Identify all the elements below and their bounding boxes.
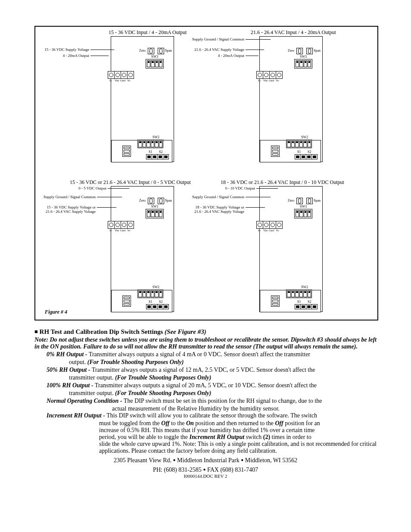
d1-s1-block bbox=[146, 154, 157, 159]
d3-span-label: Span bbox=[165, 199, 172, 202]
d3-s1-block bbox=[146, 304, 157, 309]
d4-sw3-dip bbox=[294, 209, 312, 218]
dot-icon: ● bbox=[203, 467, 206, 472]
d2-s2-label: S2 bbox=[308, 150, 311, 154]
footer-address: 2305 Pleasant View Rd. ● Middleton Indus… bbox=[34, 457, 377, 464]
d2-s1-block bbox=[295, 154, 306, 159]
d1-zero-label: Zero bbox=[139, 49, 146, 53]
footer-phone: PH: (608) 831-2585 ● FAX (608) 831-7407 bbox=[34, 467, 377, 473]
figure-label: Figure # 4 bbox=[45, 309, 67, 315]
entry-normal-cont: actual measurement of the Relative Humid… bbox=[112, 405, 377, 412]
d2-zero-label: Zero bbox=[288, 49, 294, 53]
dot-icon: ● bbox=[241, 457, 243, 462]
d3-lout: 0 - 5 VDC Output bbox=[57, 186, 106, 191]
d2-s2-block bbox=[306, 154, 317, 159]
d1-sw3-label: SW3 bbox=[151, 55, 158, 59]
d3-s2-label: S2 bbox=[159, 300, 162, 304]
d1-term-labels: IoVinGndVo bbox=[108, 79, 132, 82]
d4-s2-label: S2 bbox=[308, 300, 311, 304]
d1-sw3-dip bbox=[146, 59, 164, 68]
entry-increment: Increment RH Output - This DIP switch wi… bbox=[47, 412, 377, 419]
entry-0pct: 0% RH Output - Transmitter always output… bbox=[47, 351, 377, 358]
d4-sw2-dip bbox=[286, 289, 312, 298]
d2-zero-pot bbox=[296, 48, 303, 54]
d2-bottom-port bbox=[271, 146, 280, 157]
entry-increment-line2: must be toggled from the Off to the On p… bbox=[99, 420, 377, 427]
d3-term-labels: IoVinGndVo bbox=[108, 229, 132, 232]
d3-sw3-label: SW3 bbox=[151, 205, 158, 208]
entry-50pct-cont: transmitter output. (For Trouble Shootin… bbox=[69, 374, 377, 381]
d2-board: Zero Span SW3 IoVinGndVo SW2 S1 S2 bbox=[259, 36, 323, 162]
d4-lout: 0 - 10 VDC Output bbox=[203, 186, 255, 191]
d3-bottom-module: SW2 S1 S2 bbox=[111, 290, 172, 312]
d1-span-label: Span bbox=[165, 49, 172, 53]
d1-s2-block bbox=[157, 154, 168, 159]
d1-s1-label: S1 bbox=[149, 150, 152, 154]
d1-s2-label: S2 bbox=[159, 150, 162, 154]
d4-term-labels: IoVinGndVo bbox=[256, 229, 280, 232]
d2-term-labels: IoVinGndVo bbox=[256, 79, 280, 82]
entry-increment-line4: period, you will be able to toggle the I… bbox=[99, 434, 377, 441]
d3-bottom-port bbox=[122, 296, 131, 307]
d4-board: Zero Span SW3 IoVinGndVo SW2 S1 S2 bbox=[259, 186, 323, 312]
d2-sw2-label: SW2 bbox=[301, 135, 308, 139]
entry-normal: Normal Operating Condition - The DIP swi… bbox=[47, 398, 377, 404]
d1-span-pot bbox=[158, 48, 164, 54]
d3-sw2-label: SW2 bbox=[153, 285, 159, 289]
d2-sw3-dip bbox=[294, 59, 312, 68]
bullet-icon: ■ bbox=[34, 328, 38, 335]
d4-span-label: Span bbox=[314, 199, 321, 202]
d2-bottom-module: SW2 S1 S2 bbox=[260, 140, 321, 162]
entry-50pct: 50% RH Output - Transmitter always outpu… bbox=[47, 367, 377, 373]
d3-sw3-dip bbox=[146, 209, 164, 218]
d1-sw2-dip bbox=[137, 140, 163, 148]
d1-l2: 4 - 20mA Output bbox=[40, 53, 89, 58]
d1-terminals bbox=[108, 71, 134, 79]
d1-bottom-module: SW2 S1 S2 bbox=[111, 140, 172, 162]
heading-see-figure: (See Figure #3) bbox=[165, 328, 206, 335]
entry-0pct-cont: output. (For Trouble Shooting Purposes O… bbox=[69, 359, 377, 366]
d2-s1-label: S1 bbox=[297, 150, 301, 154]
entry-100pct: 100% RH Output - Transmitter always outp… bbox=[47, 382, 377, 389]
d3-terminals bbox=[108, 221, 134, 229]
d3-zero-label: Zero bbox=[139, 199, 146, 202]
d4-bottom-module: SW2 S1 S2 bbox=[260, 290, 321, 312]
d2-sw2-dip bbox=[286, 140, 312, 148]
section-heading: ■ RH Test and Calibration Dip Switch Set… bbox=[34, 328, 377, 336]
note-text: Note: Do not adjust these switches unles… bbox=[34, 336, 377, 350]
d4-s1-label: S1 bbox=[297, 300, 301, 304]
d3-s2-block bbox=[157, 304, 168, 309]
d4-sw3-label: SW3 bbox=[300, 205, 307, 208]
d3-l1b: 21.6 - 26.4 VAC Supply Voltage bbox=[40, 209, 96, 214]
d4-title: 18 - 36 VDC or 21.6 - 26.4 VAC Input / 0… bbox=[221, 179, 344, 186]
d4-zero-pot bbox=[296, 198, 303, 204]
d2-terminals bbox=[256, 71, 282, 79]
d4-sw2-label: SW2 bbox=[301, 285, 308, 289]
d1-board: Zero Span SW3 IoVinGndVo SW2 S1 S2 bbox=[111, 36, 174, 162]
entry-increment-line5: slide the whole curve upward 1%. Note: T… bbox=[99, 441, 377, 454]
d1-bottom-port bbox=[122, 146, 131, 157]
dot-icon: ● bbox=[173, 457, 176, 462]
d4-l1b: 21.6 - 26.4 VAC Supply Voltage bbox=[188, 209, 244, 214]
d4-bottom-port bbox=[271, 296, 280, 307]
d3-l0: Supply Ground / Signal Common bbox=[40, 195, 96, 199]
d2-l1: 21.6 - 26.4 VAC Supply Voltage bbox=[188, 47, 244, 52]
d3-zero-pot bbox=[148, 198, 154, 204]
d3-span-pot bbox=[158, 198, 164, 204]
heading-title: RH Test and Calibration Dip Switch Setti… bbox=[40, 328, 163, 335]
d2-l0: Supply Ground / Signal Common bbox=[188, 37, 244, 42]
d2-span-label: Span bbox=[314, 49, 321, 53]
d2-span-pot bbox=[306, 48, 313, 54]
d4-s1-block bbox=[295, 304, 306, 309]
figure-4-diagram: 15 - 36 VDC Input / 4 - 20mA Output Zero… bbox=[34, 26, 378, 320]
d1-l1: 15 - 36 VDC Supply Voltage bbox=[40, 47, 89, 52]
d3-board: Zero Span SW3 IoVinGndVo SW2 S1 S2 bbox=[111, 186, 174, 312]
d2-l2: 4 - 20mA Output bbox=[188, 53, 244, 58]
d3-title: 15 - 36 VDC or 21.6 - 26.4 VAC Input / 0… bbox=[70, 179, 191, 186]
d1-sw2-label: SW2 bbox=[153, 135, 159, 139]
entry-100pct-cont: transmitter output. (For Trouble Shootin… bbox=[69, 390, 377, 397]
footer-docrev: I0000144.DOC REV 2 bbox=[34, 473, 377, 479]
d4-terminals bbox=[256, 221, 282, 229]
d4-zero-label: Zero bbox=[288, 199, 294, 202]
d1-title: 15 - 36 VDC Input / 4 - 20mA Output bbox=[109, 29, 187, 36]
